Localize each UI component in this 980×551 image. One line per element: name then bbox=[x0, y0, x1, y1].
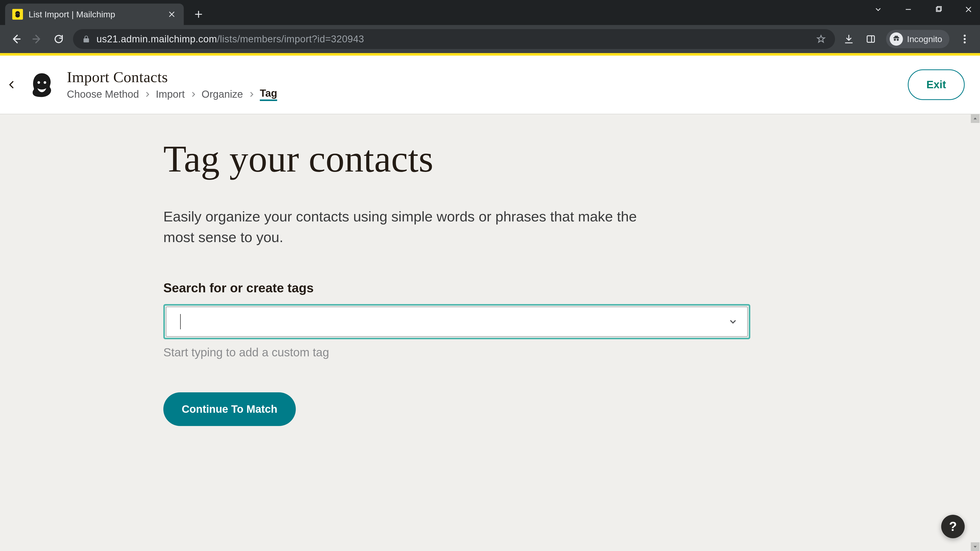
main-content: Tag your contacts Easily organize your c… bbox=[0, 114, 663, 426]
reload-icon[interactable] bbox=[52, 32, 66, 46]
chevron-right-icon bbox=[144, 91, 151, 98]
tab-title: List Import | Mailchimp bbox=[29, 10, 115, 19]
kebab-menu-icon[interactable] bbox=[958, 32, 971, 46]
brand-accent-bar bbox=[0, 53, 980, 56]
crumb-import[interactable]: Import bbox=[156, 89, 185, 100]
tag-field-label: Search for or create tags bbox=[163, 281, 663, 295]
header-titles: Import Contacts Choose Method Import Org… bbox=[67, 68, 277, 101]
header-back-icon[interactable] bbox=[3, 76, 20, 93]
mailchimp-favicon-icon bbox=[12, 9, 23, 20]
window-controls bbox=[873, 4, 974, 15]
toolbar-right: Incognito bbox=[842, 30, 971, 48]
app-header: Import Contacts Choose Method Import Org… bbox=[0, 56, 980, 114]
maximize-icon[interactable] bbox=[933, 4, 944, 15]
incognito-chip[interactable]: Incognito bbox=[886, 30, 950, 48]
chevron-right-icon bbox=[190, 91, 197, 98]
exit-button[interactable]: Exit bbox=[908, 69, 965, 100]
crumb-organize[interactable]: Organize bbox=[202, 89, 243, 100]
crumb-tag[interactable]: Tag bbox=[260, 87, 277, 101]
tab-strip: List Import | Mailchimp bbox=[0, 0, 980, 25]
new-tab-button[interactable] bbox=[191, 6, 206, 22]
scroll-up-icon[interactable] bbox=[971, 114, 980, 123]
url-text: us21.admin.mailchimp.com/lists/members/i… bbox=[97, 34, 364, 44]
incognito-icon bbox=[890, 32, 903, 46]
chevron-down-icon[interactable] bbox=[873, 4, 883, 15]
chevron-right-icon bbox=[248, 91, 255, 98]
help-label: ? bbox=[949, 519, 957, 534]
help-button[interactable]: ? bbox=[941, 515, 965, 538]
chevron-down-icon[interactable] bbox=[728, 317, 738, 327]
header-title: Import Contacts bbox=[67, 68, 277, 86]
svg-point-3 bbox=[964, 35, 966, 37]
content-scroll[interactable]: Tag your contacts Easily organize your c… bbox=[0, 114, 980, 551]
scroll-down-icon[interactable] bbox=[971, 542, 980, 551]
crumb-choose-method[interactable]: Choose Method bbox=[67, 89, 139, 100]
side-panel-icon[interactable] bbox=[864, 32, 877, 46]
svg-point-4 bbox=[964, 38, 966, 40]
browser-tab[interactable]: List Import | Mailchimp bbox=[5, 3, 184, 25]
svg-rect-2 bbox=[867, 36, 875, 42]
close-window-icon[interactable] bbox=[963, 4, 974, 15]
bookmark-star-icon[interactable] bbox=[816, 34, 826, 44]
continue-button[interactable]: Continue To Match bbox=[163, 392, 296, 426]
address-bar: us21.admin.mailchimp.com/lists/members/i… bbox=[0, 25, 980, 53]
incognito-label: Incognito bbox=[907, 34, 942, 44]
tag-combobox[interactable] bbox=[163, 304, 750, 339]
svg-point-5 bbox=[964, 41, 966, 43]
forward-icon[interactable] bbox=[30, 32, 45, 46]
back-icon[interactable] bbox=[9, 32, 23, 46]
tag-input[interactable] bbox=[176, 315, 728, 328]
mailchimp-logo-icon[interactable] bbox=[27, 69, 57, 100]
lock-icon bbox=[82, 35, 90, 43]
breadcrumb: Choose Method Import Organize Tag bbox=[67, 87, 277, 101]
page-title: Tag your contacts bbox=[163, 137, 663, 181]
omnibox[interactable]: us21.admin.mailchimp.com/lists/members/i… bbox=[73, 29, 835, 49]
vertical-scrollbar[interactable] bbox=[971, 114, 980, 551]
lead-text: Easily organize your contacts using simp… bbox=[163, 206, 663, 248]
minimize-icon[interactable] bbox=[903, 4, 914, 15]
downloads-icon[interactable] bbox=[842, 32, 856, 46]
close-tab-icon[interactable] bbox=[168, 11, 176, 18]
text-cursor bbox=[180, 314, 181, 329]
tag-hint: Start typing to add a custom tag bbox=[163, 345, 663, 359]
browser-chrome: List Import | Mailchimp us21.admin.mailc… bbox=[0, 0, 980, 53]
